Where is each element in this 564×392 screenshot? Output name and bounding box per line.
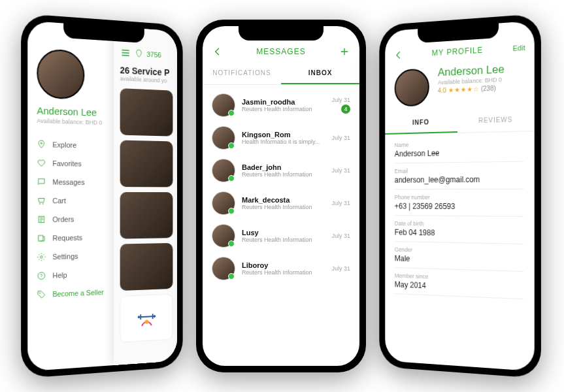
message-date: July 31	[331, 97, 350, 103]
cart-icon	[37, 196, 46, 205]
svg-point-1	[39, 203, 40, 204]
help-icon	[37, 271, 46, 281]
menu-label: Favorites	[52, 159, 81, 168]
svg-point-8	[145, 319, 149, 323]
message-item[interactable]: Jasmin_roodhaReuters Health InformationJ…	[212, 89, 350, 122]
menu-label: Explore	[52, 140, 76, 149]
menu-favorites[interactable]: Favorites	[37, 154, 114, 173]
info-item: Phone number+63 | 23569 26593	[395, 189, 524, 217]
message-item[interactable]: LusyReuters Health InformationJuly 31	[212, 220, 350, 252]
avatar	[212, 224, 235, 248]
hamburger-icon[interactable]	[120, 46, 131, 59]
info-list: NameAnderson LeeEmailanderson_lee@gmail.…	[385, 131, 534, 302]
message-item[interactable]: Bader_johnReuters Health InformationJuly…	[212, 154, 350, 187]
tab-reviews[interactable]: REVIEWS	[457, 108, 535, 133]
avatar[interactable]	[37, 48, 84, 100]
menu-label: Requests	[52, 234, 82, 242]
service-thumb[interactable]	[120, 294, 173, 343]
info-value: Feb 04 1988	[395, 228, 524, 239]
info-item: Date of birthFeb 04 1988	[395, 216, 524, 244]
info-item: Member sinceMay 2014	[395, 268, 524, 299]
message-sender: Liboroy	[242, 261, 325, 269]
avatar	[212, 191, 235, 215]
message-sender: Bader_john	[242, 163, 325, 171]
message-preview: Reuters Health Information	[242, 237, 325, 243]
avatar	[212, 257, 235, 280]
main-panel: 3756 26 Service P available around yo	[114, 27, 176, 365]
pin-icon	[135, 49, 143, 59]
sidebar: Anderson Lee Available balance: BHD 0 Ex…	[27, 21, 114, 372]
star-icons: ★★★★☆	[448, 85, 479, 93]
requests-icon	[37, 233, 46, 243]
menu-label: Help	[52, 271, 67, 280]
menu-requests[interactable]: Requests	[37, 228, 114, 248]
back-icon[interactable]	[212, 46, 224, 57]
message-date: July 31	[331, 265, 350, 272]
info-value: +63 | 23569 26593	[395, 202, 524, 212]
message-preview: Reuters Health Information	[242, 106, 325, 112]
info-value: Anderson Lee	[395, 147, 524, 159]
profile-tabs: INFO REVIEWS	[385, 108, 534, 135]
rating-score: 4.0	[438, 87, 446, 95]
tab-notifications[interactable]: NOTIFICATIONS	[203, 63, 281, 84]
menu-messages[interactable]: Messages	[37, 172, 114, 191]
message-sender: Lusy	[242, 229, 325, 237]
user-name: Anderson Lee	[37, 105, 114, 118]
page-title: MESSAGES	[224, 47, 339, 56]
fitness-icon	[135, 304, 159, 331]
page-title: MY PROFILE	[404, 44, 513, 59]
menu-label: Cart	[52, 197, 66, 204]
message-preview: Health Informatio it is simply...	[242, 139, 325, 145]
svg-point-0	[41, 142, 42, 144]
service-thumb[interactable]	[120, 140, 173, 188]
avatar[interactable]	[395, 68, 429, 106]
message-preview: Reuters Health Information	[242, 204, 325, 210]
menu-label: Messages	[52, 178, 84, 186]
menu-label: Become a Seller	[52, 288, 103, 298]
menu-label: Orders	[52, 215, 74, 223]
svg-rect-4	[39, 235, 43, 241]
phone-profile: MY PROFILE Edit Anderson Lee Available b…	[379, 14, 541, 379]
avatar	[212, 159, 235, 182]
message-item[interactable]: Mark_decostaReuters Health InformationJu…	[212, 187, 350, 220]
edit-button[interactable]: Edit	[513, 44, 525, 52]
pin-icon	[37, 140, 46, 150]
info-label: Date of birth	[395, 220, 524, 228]
message-item[interactable]: Kingson_RomHealth Informatio it is simpl…	[212, 122, 350, 154]
service-thumb[interactable]	[120, 192, 173, 239]
svg-point-2	[42, 203, 43, 204]
svg-point-5	[41, 256, 43, 259]
tab-inbox[interactable]: INBOX	[281, 63, 359, 84]
back-icon[interactable]	[393, 49, 404, 61]
balance-text: Available balance: BHD 0	[37, 118, 114, 127]
message-tabs: NOTIFICATIONS INBOX	[203, 63, 359, 85]
message-preview: Reuters Health Information	[242, 269, 325, 276]
message-sender: Kingson_Rom	[242, 131, 325, 139]
menu-cart[interactable]: Cart	[37, 191, 114, 210]
message-date: July 31	[331, 200, 350, 206]
info-value: anderson_lee@gmail.com	[395, 174, 524, 184]
menu-orders[interactable]: Orders	[37, 210, 114, 229]
plus-icon[interactable]	[339, 46, 350, 57]
svg-point-7	[39, 293, 40, 293]
message-item[interactable]: LiboroyReuters Health InformationJuly 31	[212, 252, 350, 285]
menu-help[interactable]: Help	[37, 265, 114, 286]
info-value: Male	[395, 254, 524, 267]
tab-info[interactable]: INFO	[385, 111, 457, 135]
service-thumb[interactable]	[120, 243, 173, 291]
message-list: Jasmin_roodhaReuters Health InformationJ…	[203, 85, 359, 289]
heart-icon	[37, 158, 46, 168]
rating-count: (238)	[481, 84, 496, 92]
tag-icon	[37, 289, 46, 299]
info-item: NameAnderson Lee	[395, 134, 524, 163]
info-label: Phone number	[395, 194, 524, 201]
message-sender: Jasmin_roodha	[242, 98, 325, 106]
rating: 4.0 ★★★★☆ (238)	[438, 84, 505, 95]
info-item: GenderMale	[395, 242, 524, 272]
menu-settings[interactable]: Settings	[37, 246, 114, 267]
message-date: July 31	[331, 167, 350, 174]
menu-become-seller[interactable]: Become a Seller	[37, 282, 114, 304]
service-thumb[interactable]	[120, 88, 173, 137]
message-sender: Mark_decosta	[242, 196, 325, 204]
menu-explore[interactable]: Explore	[37, 135, 114, 155]
